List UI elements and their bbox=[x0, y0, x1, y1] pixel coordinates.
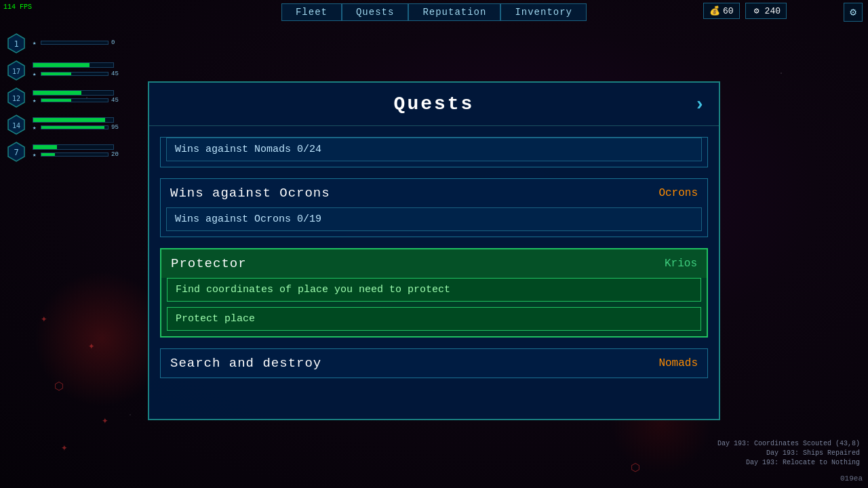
version-tag: 019ea bbox=[840, 474, 863, 483]
map-element: ✦ bbox=[88, 339, 95, 352]
ship-row-12: 12 ★ 45 bbox=[5, 87, 144, 108]
ocrons-quest-title: Wins against Ocrons bbox=[170, 186, 330, 201]
inventory-nav-button[interactable]: Inventory bbox=[500, 3, 587, 21]
protector-quest-title: Protector bbox=[171, 256, 247, 271]
log-line-2: Day 193: Ships Repaired bbox=[717, 449, 860, 458]
activity-log: Day 193: Coordinates Scouted (43,8) Day … bbox=[717, 439, 860, 468]
quests-content: Wins against Nomads 0/24 Wins against Oc… bbox=[149, 126, 719, 419]
quest-item-search-destroy: Search and destroy Nomads bbox=[160, 348, 708, 378]
quest-item-protector: Protector Krios Find coordinates of plac… bbox=[160, 248, 708, 338]
top-navigation: Fleet Quests Reputation Inventory bbox=[0, 0, 868, 24]
ship-hex-12: 12 bbox=[5, 87, 27, 108]
star-icon-12: ★ bbox=[33, 97, 38, 104]
ship-row-17: 17 ★ 45 bbox=[5, 60, 144, 81]
ocrons-faction-label: Ocrons bbox=[658, 187, 698, 199]
ship-hex-7: 7 bbox=[5, 141, 27, 163]
ship-row-7: 7 ★ 20 bbox=[5, 141, 144, 163]
star-icon: ★ bbox=[33, 39, 38, 47]
ship-stats-1: ★ 0 bbox=[33, 39, 144, 48]
ship-hex-1: 1 bbox=[5, 33, 27, 54]
log-line-1: Day 193: Coordinates Scouted (43,8) bbox=[717, 439, 860, 449]
ship-hex-17: 17 bbox=[5, 60, 27, 81]
ship-hex-14: 14 bbox=[5, 114, 27, 136]
ship-stats-14: ★ 95 bbox=[33, 117, 144, 133]
protector-quest-header: Protector Krios bbox=[161, 249, 707, 278]
fps-counter: 114 FPS bbox=[3, 3, 32, 11]
map-element: ⬡ bbox=[631, 461, 640, 474]
map-element: ⬡ bbox=[54, 380, 64, 393]
ship-stats-7: ★ 20 bbox=[33, 144, 144, 160]
ship-stats-12: ★ 45 bbox=[33, 90, 144, 106]
fleet-panel: 1 ★ 0 17 ★ 45 bbox=[0, 27, 149, 174]
protector-faction-label: Krios bbox=[665, 258, 697, 270]
svg-text:12: 12 bbox=[12, 95, 20, 102]
quests-title: Quests bbox=[394, 94, 475, 115]
quests-panel: Quests › Wins against Nomads 0/24 Wins a… bbox=[148, 81, 720, 420]
quest-task-ocrons: Wins against Ocrons 0/19 bbox=[166, 207, 702, 231]
log-line-3: Day 193: Relocate to Nothing bbox=[717, 458, 860, 468]
fleet-nav-button[interactable]: Fleet bbox=[281, 3, 342, 21]
next-arrow-button[interactable]: › bbox=[694, 94, 705, 115]
quest-task-protector-2: Protect place bbox=[167, 307, 701, 331]
search-destroy-quest-header: Search and destroy Nomads bbox=[161, 349, 707, 378]
map-element: ✦ bbox=[61, 441, 68, 454]
reputation-nav-button[interactable]: Reputation bbox=[408, 3, 500, 21]
map-element: ✦ bbox=[102, 413, 108, 427]
svg-text:14: 14 bbox=[12, 122, 20, 129]
ship-row-14: 14 ★ 95 bbox=[5, 114, 144, 136]
ship-row-1: 1 ★ 0 bbox=[5, 33, 144, 54]
quest-item-ocrons-wins: Wins against Ocrons Ocrons Wins against … bbox=[160, 178, 708, 237]
svg-text:7: 7 bbox=[14, 148, 18, 157]
search-destroy-title: Search and destroy bbox=[170, 356, 321, 371]
star-icon-14: ★ bbox=[33, 124, 38, 131]
star-icon-17: ★ bbox=[33, 70, 38, 78]
svg-text:1: 1 bbox=[14, 39, 18, 49]
ship-stats-17: ★ 45 bbox=[33, 62, 144, 79]
quest-item-nomads-wins: Wins against Nomads 0/24 bbox=[160, 137, 708, 167]
star-icon-7: ★ bbox=[33, 151, 38, 159]
quests-nav-button[interactable]: Quests bbox=[342, 3, 408, 21]
quest-task-nomads: Wins against Nomads 0/24 bbox=[166, 138, 702, 161]
map-element: ✦ bbox=[41, 312, 47, 325]
quests-header: Quests › bbox=[149, 83, 719, 126]
search-destroy-faction: Nomads bbox=[658, 357, 698, 369]
quest-task-protector-1: Find coordinates of place you need to pr… bbox=[167, 278, 701, 302]
svg-text:17: 17 bbox=[12, 68, 20, 75]
ocrons-quest-header: Wins against Ocrons Ocrons bbox=[161, 179, 707, 207]
